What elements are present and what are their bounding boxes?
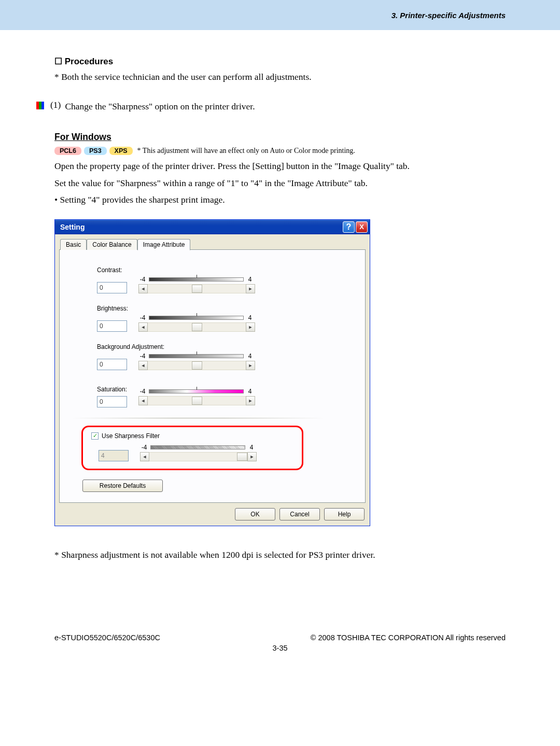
scale-max: 4: [246, 353, 254, 360]
bullet-1: • Setting "4" provides the sharpest prin…: [54, 193, 506, 207]
use-sharpness-checkbox[interactable]: ✓: [91, 432, 99, 440]
setting-dialog: Setting ? X Basic Color Balance Image At…: [54, 219, 370, 526]
dialog-button-row: OK Cancel Help: [55, 503, 370, 526]
brightness-input[interactable]: 0: [97, 320, 127, 332]
scale-min: -4: [138, 388, 147, 395]
sharpness-input: 4: [99, 450, 129, 461]
slider-left-icon[interactable]: ◄: [138, 396, 148, 405]
badge-note: * This adjustment will have an effect on…: [137, 147, 355, 155]
help-button[interactable]: Help: [324, 508, 365, 520]
paragraph-1: Open the property page of the printer dr…: [54, 159, 506, 173]
contrast-slider[interactable]: ◄ ►: [138, 284, 255, 293]
tab-basic[interactable]: Basic: [60, 239, 87, 250]
slider-right-icon[interactable]: ►: [246, 361, 255, 370]
contrast-input[interactable]: 0: [97, 282, 127, 293]
sharpness-highlight-box: ✓ Use Sharpness Filter 4 -4 4: [81, 426, 303, 470]
footer-left: e-STUDIO5520C/6520C/6530C: [54, 634, 160, 642]
brightness-gradient: [149, 316, 244, 320]
background-slider[interactable]: ◄ ►: [138, 361, 255, 370]
brightness-label: Brightness:: [97, 305, 355, 312]
slider-left-icon[interactable]: ◄: [140, 452, 149, 461]
restore-defaults-button[interactable]: Restore Defaults: [82, 480, 163, 492]
saturation-input[interactable]: 0: [97, 396, 127, 407]
slider-right-icon[interactable]: ►: [246, 396, 255, 405]
tab-color-balance[interactable]: Color Balance: [87, 239, 137, 250]
procedures-heading: ☐ Procedures: [54, 56, 506, 67]
page-number: 3-35: [0, 644, 560, 652]
footer-right: © 2008 TOSHIBA TEC CORPORATION All right…: [311, 634, 506, 642]
paragraph-2: Set the value for "Sharpness" within a r…: [54, 176, 506, 190]
scale-min: -4: [138, 276, 147, 283]
use-sharpness-label: Use Sharpness Filter: [102, 432, 160, 440]
slider-left-icon[interactable]: ◄: [138, 361, 148, 370]
sharpness-gradient: [150, 445, 245, 449]
cancel-button[interactable]: Cancel: [279, 508, 320, 520]
page-content: ☐ Procedures * Both the service technici…: [0, 30, 560, 562]
tab-image-attribute[interactable]: Image Attribute: [137, 239, 191, 250]
saturation-slider[interactable]: ◄ ►: [138, 396, 255, 405]
titlebar-close-button[interactable]: X: [356, 221, 368, 233]
driver-badges: PCL6 PS3 XPS * This adjustment will have…: [54, 147, 506, 155]
ok-button[interactable]: OK: [235, 508, 275, 520]
separator: [71, 418, 325, 418]
contrast-gradient: [149, 277, 244, 281]
footnote: * Sharpness adjustment is not available …: [54, 548, 506, 562]
contrast-label: Contrast:: [97, 266, 355, 274]
step-text: Change the "Sharpness" option on the pri…: [65, 100, 255, 114]
scale-max: 4: [246, 276, 254, 283]
priority-marker-icon: [36, 102, 44, 109]
badge-xps: XPS: [109, 147, 133, 155]
section-label: 3. Printer-specific Adjustments: [391, 11, 506, 20]
slider-left-icon[interactable]: ◄: [138, 284, 148, 293]
background-gradient: [149, 354, 244, 358]
titlebar[interactable]: Setting ? X: [55, 220, 370, 234]
dialog-title: Setting: [60, 223, 85, 231]
brightness-slider[interactable]: ◄ ►: [138, 322, 255, 332]
tab-row: Basic Color Balance Image Attribute: [60, 238, 366, 249]
slider-right-icon[interactable]: ►: [246, 284, 255, 293]
slider-right-icon[interactable]: ►: [247, 452, 257, 461]
scale-min: -4: [138, 314, 147, 321]
badge-ps3: PS3: [84, 147, 107, 155]
sharpness-slider[interactable]: ◄ ►: [140, 452, 257, 461]
page-footer: e-STUDIO5520C/6520C/6530C © 2008 TOSHIBA…: [0, 634, 560, 642]
slider-right-icon[interactable]: ►: [246, 322, 255, 332]
saturation-gradient: [149, 389, 244, 393]
saturation-label: Saturation:: [97, 386, 127, 393]
titlebar-help-button[interactable]: ?: [343, 221, 355, 233]
background-input[interactable]: 0: [97, 359, 127, 370]
scale-max: 4: [246, 388, 254, 395]
step-number: (1): [50, 100, 61, 110]
for-windows-heading: For Windows: [54, 132, 506, 143]
scale-max: 4: [247, 444, 256, 451]
scale-min: -4: [140, 444, 148, 451]
scale-min: -4: [138, 353, 147, 360]
background-label: Background Adjustment:: [97, 343, 355, 350]
page-header: 3. Printer-specific Adjustments: [0, 0, 560, 30]
image-attribute-panel: Contrast: 0 -4 4 ◄: [59, 249, 366, 503]
badge-pcl6: PCL6: [54, 147, 81, 155]
slider-left-icon[interactable]: ◄: [138, 322, 148, 332]
scale-max: 4: [246, 314, 254, 321]
procedures-note: * Both the service technician and the us…: [54, 70, 506, 84]
